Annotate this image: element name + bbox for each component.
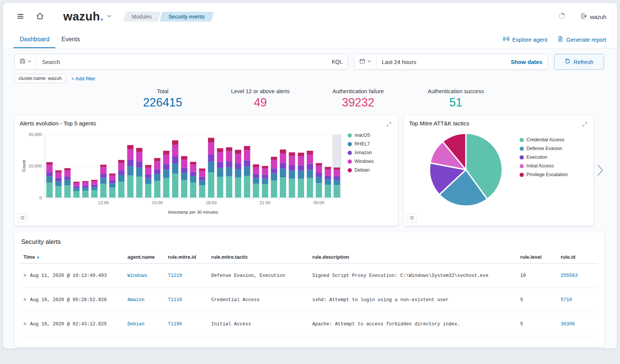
user-name: wazuh [590,14,606,20]
next-panels-button[interactable] [595,162,606,180]
legend-item[interactable]: macOS [348,133,392,138]
legend-item[interactable]: Debian [348,167,392,173]
user-menu-button[interactable]: wazuh [581,13,606,20]
legend-item[interactable]: Execution [520,155,580,160]
stat-value[interactable]: 39232 [309,96,407,109]
legend-item[interactable]: Windows [348,159,392,164]
sort-desc-icon: ▼ [36,256,40,259]
row-expand-button[interactable]: > [23,273,26,278]
security-alerts-title: Security alerts [20,238,598,245]
mitre-id-link[interactable]: T1110 [168,297,182,303]
filter-pill-cluster-name[interactable]: cluster.name: wazuh [14,74,66,83]
alert-time: Aug 11, 2020 @ 10:13:49.493 [30,273,107,278]
stat-value[interactable]: 51 [407,96,505,109]
exit-icon [581,13,587,20]
menu-button[interactable] [14,9,27,24]
rule-description: sshd: Attempt to login using a non-exist… [312,297,449,303]
rule-description: Signed Script Proxy Execution: C:\Window… [312,273,489,278]
refresh-button[interactable]: Refresh [554,54,604,70]
expand-panel-icon[interactable] [383,119,395,130]
add-filter-button[interactable]: + Add filter [71,76,95,81]
rule-description: Apache: Attempt to access forbidden dire… [312,322,460,327]
agent-name-link[interactable]: Amazon [128,297,145,303]
agent-name-link[interactable]: Windows [128,273,148,278]
app-window: wazuh. Modules Security events wazuh [3,3,617,348]
legend-label: macOS [355,133,370,138]
agent-name-link[interactable]: Debian [128,322,145,327]
date-quick-select-button[interactable] [355,54,376,69]
legend-item[interactable]: Initial Access [520,163,580,169]
wazuh-logo[interactable]: wazuh. [63,10,112,23]
mitre-tactics-pie-chart[interactable] [427,131,504,208]
bar-chart-legend: macOSRHEL7AmazonWindowsDebian [348,133,392,217]
home-button[interactable] [33,9,47,25]
table-header-agent-name[interactable]: agent.name [125,251,165,264]
table-header-rule-mitre-id[interactable]: rule.mitre.id [165,251,208,264]
rule-id-link[interactable]: 30306 [561,322,575,327]
rule-id-link[interactable]: 5710 [561,297,572,303]
panel-security-alerts: Security alerts Time▼ agent.name rule.mi… [14,232,604,347]
legend-label: Windows [355,159,374,164]
top-navbar: wazuh. Modules Security events wazuh [3,3,617,30]
mitre-id-link[interactable]: T1218 [168,273,182,278]
tab-dashboard[interactable]: Dashboard [14,31,55,48]
stat-auth-failure: Authentication failure 39232 [309,88,407,109]
table-header-rule-id[interactable]: rule.id [558,251,598,264]
table-header-rule-description[interactable]: rule.description [309,251,517,264]
svg-text:Count: Count [22,160,26,172]
stat-value[interactable]: 49 [212,96,309,109]
legend-label: Amazon [355,150,372,155]
breadcrumb-security-events[interactable]: Security events [161,12,212,22]
panel-legend-toggle-button[interactable] [407,214,417,223]
legend-label: Execution [526,155,547,160]
legend-swatch [348,168,352,172]
status-ring-button[interactable] [555,9,568,24]
legend-item[interactable]: Defense Evasion [520,146,580,151]
svg-text:0: 0 [39,195,42,200]
rule-id-link[interactable]: 255563 [561,273,578,278]
legend-swatch [348,151,352,155]
alerts-evolution-chart[interactable]: 010,00020,00012:0015:0018:0021:0000:00ti… [20,129,348,217]
panel-alerts-evolution: Alerts evolution - Top 5 agents 010,0002… [14,116,398,226]
breadcrumb-modules[interactable]: Modules [124,12,159,22]
save-icon [19,58,26,66]
svg-text:18:00: 18:00 [206,200,217,205]
legend-label: Initial Access [526,163,554,169]
explore-agent-label: Explore agent [512,36,548,43]
saved-query-button[interactable] [15,54,37,69]
generate-report-button[interactable]: Generate report [557,36,606,43]
hamburger-icon [17,12,24,21]
explore-agent-button[interactable]: Explore agent [503,35,548,44]
svg-text:15:00: 15:00 [152,200,163,205]
legend-label: RHEL7 [355,141,370,147]
table-header-rule-level[interactable]: rule.level [517,251,558,264]
legend-item[interactable]: Credential Access [520,137,580,142]
kql-toggle[interactable]: KQL [326,59,348,65]
legend-item[interactable]: Privilege Escalation [520,172,580,177]
table-row: >Aug 11, 2020 @ 10:13:49.493 Windows T12… [20,264,598,288]
legend-item[interactable]: RHEL7 [348,141,392,147]
show-dates-button[interactable]: Show dates [506,59,548,65]
table-header-time[interactable]: Time▼ [20,251,125,264]
table-row: >Aug 10, 2020 @ 05:28:52.926 Amazon T111… [20,288,598,312]
wazuh-logo-text: wazuh [63,10,100,23]
mitre-tactic: Credential Access [211,297,260,303]
list-icon [20,215,25,222]
panel-legend-toggle-button[interactable] [17,214,27,223]
table-header-rule-mitre-tactic[interactable]: rule.mitre.tactic [208,251,309,264]
tab-events[interactable]: Events [55,31,86,48]
row-expand-button[interactable]: > [23,297,26,303]
svg-text:21:00: 21:00 [259,200,270,205]
mitre-id-link[interactable]: T1190 [168,322,182,327]
legend-label: Credential Access [526,137,564,142]
chevron-down-icon [367,59,372,65]
tab-bar: Dashboard Events Explore agent Generate … [3,30,617,48]
legend-label: Defense Evasion [526,146,562,151]
time-range-value[interactable]: Last 24 hours [376,59,422,65]
expand-panel-icon[interactable] [579,119,590,130]
row-expand-button[interactable]: > [23,322,26,327]
rule-level: 5 [520,322,523,327]
stat-value[interactable]: 226415 [114,96,212,109]
legend-item[interactable]: Amazon [348,150,392,155]
search-input[interactable] [37,59,326,65]
